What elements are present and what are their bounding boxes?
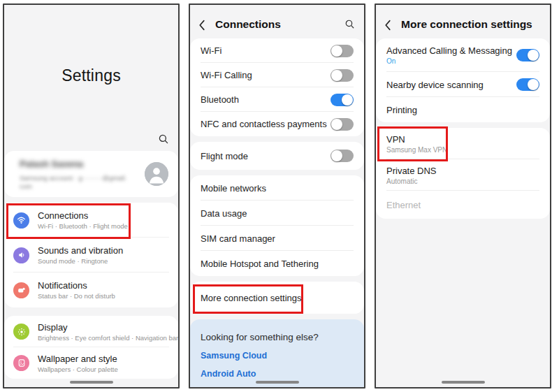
settings-item-wallpaper[interactable]: Wallpaper and style Wallpapers · Colour …: [4, 347, 178, 379]
settings-group-card: Connections Wi-Fi · Bluetooth · Flight m…: [4, 203, 178, 307]
row-label: Mobile Hotspot and Tethering: [201, 259, 319, 269]
settings-item-text: Display Brightness · Eye comfort shield …: [38, 322, 169, 342]
settings-item-sub: Wi-Fi · Bluetooth · Flight mode: [38, 222, 128, 230]
suggestions-card: Looking for something else? Samsung Clou…: [190, 319, 364, 389]
row-mobile-networks[interactable]: Mobile networks: [190, 175, 364, 201]
row-nearby-device-scanning[interactable]: Nearby device scanning: [376, 72, 550, 97]
settings-item-connections[interactable]: Connections Wi-Fi · Bluetooth · Flight m…: [4, 203, 178, 238]
speaker-icon: [13, 247, 29, 263]
settings-item-label: Connections: [38, 210, 128, 221]
toggle-advanced-calling[interactable]: [516, 49, 539, 61]
row-label: Wi-Fi Calling: [201, 70, 252, 80]
more-settings-group-card: VPN Samsung Max VPN Private DNS Automati…: [376, 128, 550, 219]
image-icon: [13, 355, 29, 371]
settings-home-screen: Settings Palash Saxena Samsung account ·…: [3, 3, 180, 389]
row-text: Printing: [386, 105, 417, 115]
toggle-knob: [528, 79, 539, 90]
settings-item-text: Wallpaper and style Wallpapers · Colour …: [38, 354, 118, 373]
settings-item-label: Display: [38, 322, 169, 333]
row-label: Advanced Calling & Messaging: [386, 45, 512, 56]
row-ethernet: Ethernet: [376, 191, 550, 219]
connections-group-card: Flight mode: [190, 142, 364, 170]
row-text: VPN Samsung Max VPN: [386, 134, 447, 154]
profile-card[interactable]: Palash Saxena Samsung account · g·······…: [4, 151, 178, 197]
settings-item-label: Wallpaper and style: [38, 354, 118, 364]
row-label: NFC and contactless payments: [201, 119, 327, 129]
settings-item-sub: Status bar · Do not disturb: [38, 292, 115, 300]
row-printing[interactable]: Printing: [376, 97, 550, 122]
toggle-nfc[interactable]: [331, 118, 354, 131]
page-title: Connections: [215, 18, 281, 31]
settings-item-display[interactable]: Display Brightness · Eye comfort shield …: [4, 316, 178, 347]
settings-group-card: Display Brightness · Eye comfort shield …: [4, 316, 178, 379]
row-text: Advanced Calling & Messaging On: [386, 45, 512, 65]
row-flight-mode[interactable]: Flight mode: [190, 142, 364, 170]
row-label: VPN: [386, 134, 447, 145]
link-android-auto[interactable]: Android Auto: [190, 369, 364, 379]
avatar: [145, 162, 168, 186]
page-title: More connection settings: [401, 18, 532, 31]
back-icon[interactable]: [384, 20, 391, 31]
home-indicator[interactable]: [256, 381, 299, 384]
settings-item-text: Sounds and vibration Sound mode · Ringto…: [38, 245, 123, 265]
row-nfc[interactable]: NFC and contactless payments: [190, 112, 364, 136]
row-vpn[interactable]: VPN Samsung Max VPN: [376, 128, 550, 159]
row-text: Nearby device scanning: [386, 80, 484, 90]
row-label: Nearby device scanning: [386, 80, 484, 90]
row-text: Ethernet: [386, 200, 421, 210]
settings-item-sub: Wallpapers · Colour palette: [38, 365, 118, 373]
connections-screen: Connections Wi-Fi Wi-Fi Calling Bluetoot…: [189, 3, 365, 389]
link-samsung-cloud[interactable]: Samsung Cloud: [190, 351, 364, 361]
toggle-bluetooth[interactable]: [331, 94, 354, 106]
connections-group-card: Mobile networks Data usage SIM card mana…: [190, 175, 364, 276]
settings-item-sounds[interactable]: Sounds and vibration Sound mode · Ringto…: [4, 238, 178, 273]
profile-account: Samsung account · g·········@gmail. com: [20, 174, 135, 191]
toggle-knob: [331, 70, 342, 81]
row-sim-card-manager[interactable]: SIM card manager: [190, 226, 364, 251]
connections-header: Connections: [190, 5, 364, 38]
profile-account-line1: Samsung account · g·········@gmail.: [20, 174, 135, 182]
home-indicator[interactable]: [442, 381, 485, 384]
row-label: Bluetooth: [201, 94, 239, 105]
row-wifi[interactable]: Wi-Fi: [190, 38, 364, 63]
toggle-wifi-calling[interactable]: [331, 69, 354, 82]
screenshot-row: Settings Palash Saxena Samsung account ·…: [0, 0, 559, 392]
search-icon[interactable]: [158, 133, 169, 145]
sun-icon: [13, 324, 29, 340]
row-wifi-calling[interactable]: Wi-Fi Calling: [190, 63, 364, 87]
settings-item-notifications[interactable]: Notifications Status bar · Do not distur…: [4, 273, 178, 307]
toggle-knob: [331, 45, 342, 57]
toggle-flight-mode[interactable]: [331, 150, 354, 162]
row-more-connection-settings[interactable]: More connection settings: [190, 282, 364, 314]
settings-item-label: Sounds and vibration: [38, 245, 123, 256]
row-label: Flight mode: [201, 151, 248, 161]
row-label: Ethernet: [386, 200, 421, 210]
row-private-dns[interactable]: Private DNS Automatic: [376, 159, 550, 191]
more-connection-settings-header: More connection settings: [376, 5, 550, 38]
settings-item-sub: Brightness · Eye comfort shield · Naviga…: [38, 334, 169, 342]
row-advanced-calling[interactable]: Advanced Calling & Messaging On: [376, 38, 550, 72]
row-label: More connection settings: [201, 293, 302, 303]
row-text: Private DNS Automatic: [386, 166, 437, 185]
notification-icon: [13, 282, 29, 298]
row-mobile-hotspot[interactable]: Mobile Hotspot and Tethering: [190, 251, 364, 276]
toggle-wifi[interactable]: [331, 45, 354, 57]
page-title: Settings: [4, 66, 178, 85]
row-data-usage[interactable]: Data usage: [190, 201, 364, 226]
row-bluetooth[interactable]: Bluetooth: [190, 87, 364, 112]
row-sub: Samsung Max VPN: [386, 146, 447, 154]
toggle-knob: [331, 119, 342, 130]
settings-header: Settings: [4, 5, 178, 151]
wifi-icon: [13, 212, 29, 228]
settings-item-text: Connections Wi-Fi · Bluetooth · Flight m…: [38, 210, 128, 230]
row-sub: Automatic: [386, 177, 437, 185]
row-label: Mobile networks: [201, 183, 266, 194]
toggle-nearby-device-scanning[interactable]: [516, 78, 539, 91]
connections-group-card: Wi-Fi Wi-Fi Calling Bluetooth NFC and co…: [190, 38, 364, 136]
toggle-knob: [342, 94, 353, 106]
home-indicator[interactable]: [70, 381, 113, 384]
search-icon[interactable]: [344, 19, 355, 29]
back-icon[interactable]: [198, 20, 205, 31]
row-label: Data usage: [201, 208, 247, 219]
link-quick-share[interactable]: Quick Share: [190, 387, 364, 389]
